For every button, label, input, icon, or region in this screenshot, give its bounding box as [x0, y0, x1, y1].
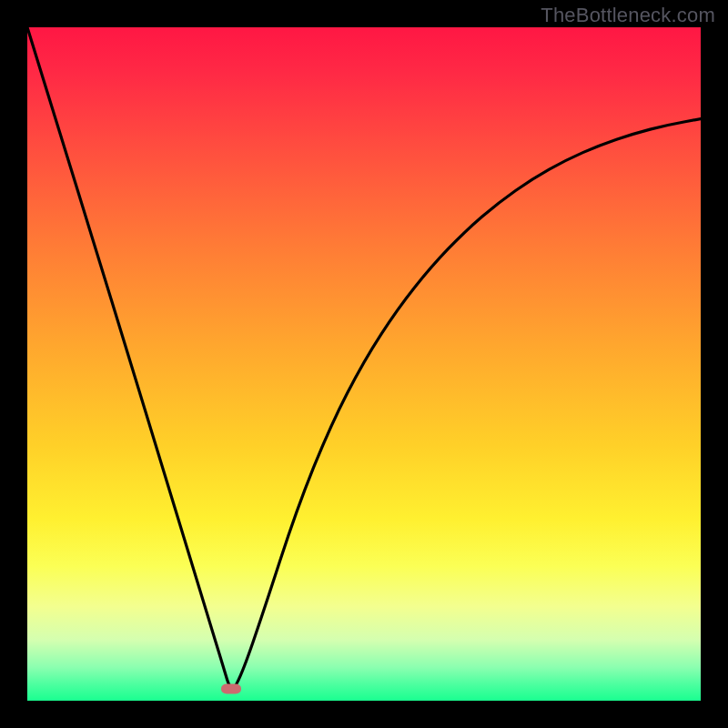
plot-area: [27, 27, 701, 701]
optimum-marker: [221, 684, 241, 694]
bottleneck-curve: [27, 27, 701, 701]
watermark-text: TheBottleneck.com: [541, 4, 715, 27]
chart-frame: TheBottleneck.com: [0, 0, 728, 728]
